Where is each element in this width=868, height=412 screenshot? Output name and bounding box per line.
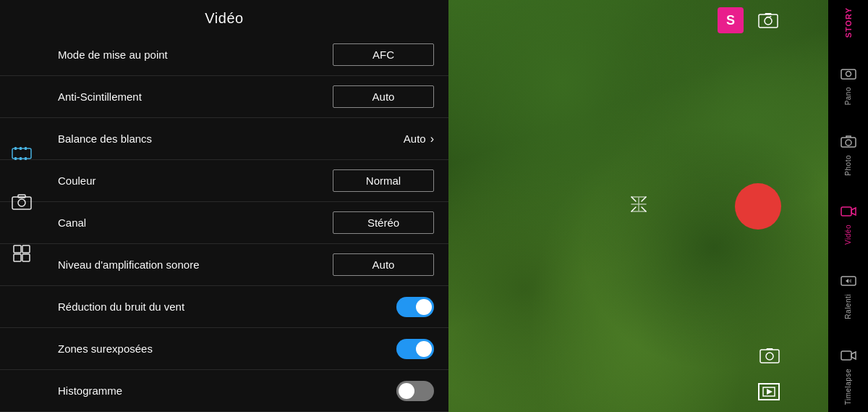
color-label: Couleur [58,175,333,187]
camera-preview: S [448,0,828,412]
histogram-label: Histogramme [58,384,396,397]
mode-photo[interactable]: Photo [841,135,856,176]
left-sidebar [0,0,43,412]
video-mode-icon [841,205,856,222]
svg-rect-24 [841,207,851,216]
svg-point-21 [846,72,851,77]
svg-marker-25 [851,208,856,215]
photo-label: Photo [844,155,852,176]
wind-noise-label: Réduction du bruit du vent [58,300,396,313]
expand-icon[interactable] [629,194,649,219]
setting-wind-noise: Réduction du bruit du vent [0,286,448,328]
svg-rect-11 [22,245,30,253]
photo-icon [841,135,856,152]
overexposed-label: Zones surexposées [58,342,396,355]
overexposed-toggle[interactable] [396,339,434,359]
svg-marker-28 [851,352,856,359]
mode-video[interactable]: Vidéo [841,205,856,245]
svg-rect-10 [14,245,21,253]
svg-rect-1 [14,147,17,150]
histogram-toggle[interactable] [396,381,434,401]
white-balance-value[interactable]: Auto › [404,133,434,146]
top-controls: S [718,7,781,33]
overexposed-knob [416,341,432,357]
setting-histogram: Histogramme [0,370,448,412]
panel-title: Vidéo [0,0,448,34]
ralenti-label: Ralenti [844,294,852,319]
histogram-knob [399,383,414,399]
setting-white-balance: Balance des blancs Auto › [0,118,448,160]
sound-amp-label: Niveau d'amplification sonore [58,258,333,271]
focus-mode-btn[interactable]: AFC [333,43,434,66]
svg-rect-0 [12,148,31,159]
wind-noise-toggle[interactable] [396,297,434,317]
story-label: STORY [844,7,853,38]
right-sidebar: STORY Pano Photo Vidéo [828,0,868,412]
sound-amp-btn[interactable]: Auto [333,253,434,276]
settings-list: Mode de mise au point AFC Anti-Scintille… [0,34,448,412]
svg-point-8 [18,199,25,206]
white-balance-label: Balance des blancs [58,133,404,145]
svg-rect-3 [25,147,27,150]
svg-rect-9 [18,195,25,198]
anti-flicker-btn[interactable]: Auto [333,85,434,108]
svg-rect-12 [14,254,21,261]
timelapse-icon [841,349,856,366]
svg-rect-16 [760,350,779,363]
mode-timelapse[interactable]: Timelapse [841,349,856,405]
record-button[interactable] [735,183,781,230]
pano-label: Pano [844,87,852,105]
focus-mode-label: Mode de mise au point [58,49,333,61]
avatar-button[interactable]: S [718,7,744,33]
channel-btn[interactable]: Stéréo [333,211,434,234]
mode-pano[interactable]: Pano [841,67,856,105]
gallery-btn[interactable] [758,383,780,400]
setting-color: Couleur Normal [0,160,448,202]
svg-rect-13 [22,254,30,261]
anti-flicker-label: Anti-Scintillement [58,91,333,103]
settings-panel: Vidéo Mode de mise au point AFC Anti-Sci… [0,0,448,412]
grid-icon-left[interactable] [13,245,30,266]
video-film-icon[interactable] [12,146,32,164]
camera-switch-btn[interactable] [755,7,781,33]
svg-point-17 [766,353,773,360]
chevron-right-icon: › [430,133,434,146]
wind-noise-knob [416,299,432,315]
svg-rect-6 [25,157,27,160]
setting-overexposed: Zones surexposées [0,328,448,370]
svg-point-23 [846,140,851,146]
mode-ralenti[interactable]: Ralenti [841,274,856,319]
channel-label: Canal [58,216,333,229]
svg-rect-5 [20,157,22,160]
camera-bottom-icon[interactable] [760,347,780,369]
ralenti-icon [841,274,856,291]
svg-marker-19 [767,389,773,395]
setting-channel: Canal Stéréo [0,202,448,244]
color-btn[interactable]: Normal [333,169,434,192]
svg-rect-4 [14,157,17,160]
svg-rect-2 [20,147,22,150]
setting-focus-mode: Mode de mise au point AFC [0,34,448,76]
timelapse-label: Timelapse [844,369,852,405]
mode-story[interactable]: STORY [844,7,853,38]
svg-rect-27 [841,351,851,360]
video-mode-label: Vidéo [844,224,852,245]
pano-icon [841,67,856,84]
svg-point-15 [765,17,772,25]
setting-anti-flicker: Anti-Scintillement Auto [0,76,448,118]
setting-sound-amp: Niveau d'amplification sonore Auto [0,244,448,286]
camera-icon-left[interactable] [12,193,32,216]
